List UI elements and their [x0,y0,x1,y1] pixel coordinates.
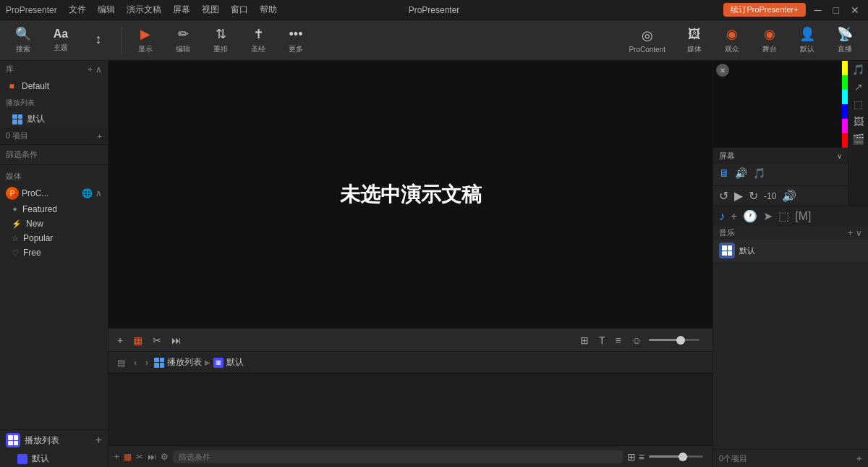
screen-label-text: 屏幕 [719,151,735,161]
grid-view-btn[interactable]: ⊞ [577,333,592,348]
layout-toggle-btn[interactable]: ▤ [114,356,128,369]
media-free[interactable]: ♡ Free [6,245,108,260]
bottom-filter-input[interactable] [173,450,623,463]
toolbar-audience[interactable]: ◉ 观众 [715,23,749,58]
toolbar-media[interactable]: 🖼 媒体 [677,23,712,58]
nav-forward-btn[interactable]: › [142,356,151,369]
menu-presentation[interactable]: 演示文稿 [127,4,161,16]
audio-section-label: 音乐 [719,227,735,238]
audio-add-btn[interactable]: + [848,228,853,238]
toolbar-reorder[interactable]: ⇅ 重排 [203,23,238,58]
toolbar-stage[interactable]: ◉ 舞台 [752,23,787,58]
menu-window[interactable]: 窗口 [231,4,248,16]
bottom-default-item[interactable]: 默认 [0,450,108,467]
slide-cut-btn[interactable]: ✂ [150,333,164,348]
bottom-playlist-add-btn[interactable]: + [95,434,102,447]
toolbar-media-label: 媒体 [687,44,702,54]
audio-section: ♪ + 🕐 ➤ ⬚ [M] 音乐 + ∨ [713,206,868,467]
media-tab-music[interactable]: 🎵 [753,167,765,179]
toolbar-arrange[interactable]: ↕ [81,23,116,58]
right-music-icon[interactable]: 🎵 [852,64,864,75]
audio-tab-clock[interactable]: 🕐 [743,209,757,223]
audio-tab-location[interactable]: ➤ [763,209,773,223]
text-view-btn[interactable]: T [596,333,608,348]
library-item-default[interactable]: ■ Default [0,77,108,95]
zoom-slider[interactable] [649,339,699,341]
media-featured[interactable]: ✦ Featured [6,202,108,216]
audio-tab-add[interactable]: + [731,210,737,223]
bottom-add-icon[interactable]: + [114,452,119,462]
toolbar-display[interactable]: ▶ 显示 [128,23,163,58]
right-image-icon[interactable]: 🖼 [854,116,864,127]
procontent-row[interactable]: P ProC... 🌐 ∧ [0,185,108,202]
menu-screen[interactable]: 屏幕 [173,4,190,16]
breadcrumb-playlist[interactable]: 播放列表 [154,356,202,369]
breadcrumb-default[interactable]: ▦ 默认 [213,356,244,369]
right-preview-content: ✕ 屏幕 ∨ 🖥 🔊 🎵 ↺ ▶ [713,61,848,206]
library-label: 库 [6,64,14,75]
items-count-text: 0 项目 [6,130,28,141]
list-view-btn[interactable]: ≡ [613,333,624,348]
face-btn[interactable]: ☺ [629,333,644,348]
bottom-list-view-btn[interactable]: ≡ [639,451,644,463]
procontent-expand-icon[interactable]: ∧ [95,188,102,198]
menu-help[interactable]: 帮助 [260,4,277,16]
toolbar-procontent[interactable]: ◎ ProContent [620,23,674,58]
bottom-grid-view-btn[interactable]: ⊞ [627,451,636,463]
free-icon: ♡ [12,248,19,258]
slide-grid-btn[interactable]: ▦ [130,333,145,348]
screen-dropdown-icon[interactable]: ∨ [837,152,842,160]
volume-btn[interactable]: 🔊 [782,189,796,203]
menu-edit[interactable]: 编辑 [98,4,115,16]
library-collapse-icon[interactable]: ∧ [95,64,102,75]
toolbar-search[interactable]: 🔍 搜索 [6,23,41,58]
toolbar-bible[interactable]: ✝ 圣经 [241,23,276,58]
forward-btn[interactable]: ↻ [749,189,758,203]
right-share-icon[interactable]: ↗ [854,81,863,93]
toolbar-live[interactable]: 📡 直播 [827,23,862,58]
toolbar-theme[interactable]: Aa 主题 [43,23,78,58]
bottom-skip-icon[interactable]: ⏭ [148,452,156,462]
media-tab-screen[interactable]: 🖥 [719,167,729,179]
right-media-tabs: 🖥 🔊 🎵 [713,164,848,182]
nav-back-btn[interactable]: ‹ [131,356,140,369]
audio-tab-layers[interactable]: ⬚ [778,209,789,223]
library-add-icon[interactable]: + [88,64,93,75]
bottom-filter-funnel-icon[interactable]: ⚙ [161,452,169,462]
minimize-button[interactable]: ─ [812,4,825,16]
menu-view[interactable]: 视图 [202,4,219,16]
bottom-cut-icon[interactable]: ✂ [136,452,143,462]
procontent-globe-icon[interactable]: 🌐 [82,188,93,198]
new-label: New [26,219,43,229]
add-slide-btn[interactable]: + [114,333,126,348]
restore-button[interactable]: □ [830,4,842,16]
media-popular[interactable]: ☆ Popular [6,231,108,245]
playlist-item-default[interactable]: 默认 [0,111,108,127]
audio-tab-music[interactable]: ♪ [719,210,725,223]
toolbar-default[interactable]: 👤 默认 [790,23,825,58]
bottom-orange-icon[interactable]: ▦ [124,452,132,462]
right-layers-icon[interactable]: ⬚ [854,98,863,110]
audio-bottom-add-btn[interactable]: + [856,453,862,464]
toolbar-stage-label: 舞台 [762,44,777,54]
right-preview-close-btn[interactable]: ✕ [716,64,729,77]
media-tab-audio[interactable]: 🔊 [735,167,747,179]
reorder-icon: ⇅ [216,26,226,42]
right-playback-controls: ↺ ▶ ↻ -10 🔊 [713,185,848,206]
audio-tab-bracket[interactable]: [M] [795,210,811,223]
rewind-btn[interactable]: ↺ [719,189,728,203]
audio-expand-btn[interactable]: ∨ [856,228,862,238]
menu-file[interactable]: 文件 [69,4,86,16]
subscribe-button[interactable]: 续订ProPresenter+ [723,3,805,17]
bottom-zoom-slider[interactable] [649,455,703,458]
close-button[interactable]: ✕ [848,4,862,16]
toolbar-edit[interactable]: ✏ 编辑 [166,23,200,58]
filter-section: 篩选条件 [0,144,108,164]
toolbar-more[interactable]: ••• 更多 [278,23,313,58]
right-video-icon[interactable]: 🎬 [852,133,864,145]
slide-skip-btn[interactable]: ⏭ [169,333,184,348]
media-new[interactable]: ⚡ New [6,216,108,231]
audio-item-default[interactable]: 默认 [713,240,868,261]
play-btn[interactable]: ▶ [734,189,743,203]
items-add-btn[interactable]: + [98,132,102,140]
